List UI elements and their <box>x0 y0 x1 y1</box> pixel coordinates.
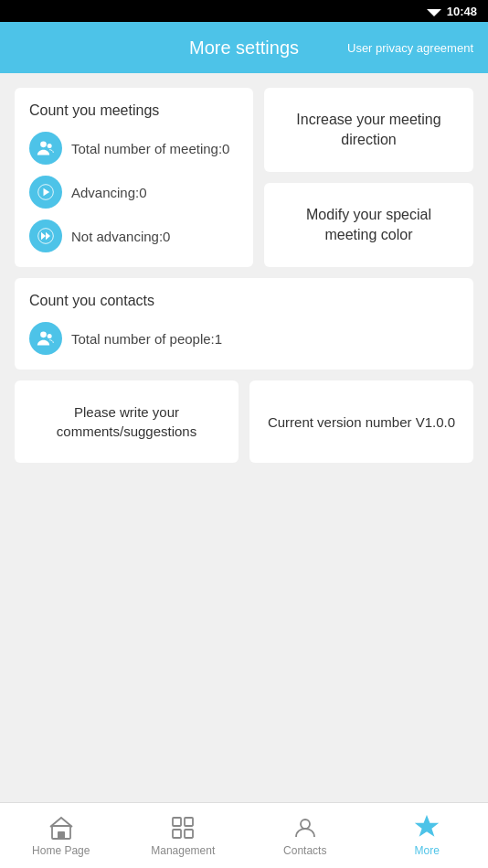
people-icon <box>29 132 62 165</box>
bottom-nav: Home Page Management Contacts More <box>0 802 488 868</box>
nav-item-contacts[interactable]: Contacts <box>244 803 366 868</box>
svg-rect-12 <box>173 818 181 826</box>
meetings-card: Count you meetings Total number of meeti… <box>15 88 253 267</box>
management-icon <box>170 815 196 841</box>
double-arrow-icon <box>29 220 62 252</box>
increase-meeting-label: Increase your meeting direction <box>279 110 459 151</box>
contacts-card: Count you contacts Total number of peopl… <box>15 278 473 370</box>
main-content: Count you meetings Total number of meeti… <box>0 73 488 802</box>
svg-point-16 <box>301 820 310 829</box>
nav-item-more[interactable]: More <box>366 803 489 868</box>
svg-point-9 <box>48 334 52 338</box>
increase-meeting-card[interactable]: Increase your meeting direction <box>264 88 473 172</box>
nav-label-home: Home Page <box>32 844 90 857</box>
comments-card[interactable]: Please write your comments/suggestions <box>15 380 239 463</box>
svg-point-1 <box>40 142 47 148</box>
version-card[interactable]: Current version number V1.0.0 <box>249 380 473 463</box>
arrow-icon <box>29 176 62 209</box>
contacts-section-title: Count you contacts <box>29 293 459 309</box>
total-meetings-label: Total number of meeting:0 <box>71 141 229 156</box>
svg-point-2 <box>48 144 52 148</box>
stat-row-not-advancing: Not advancing:0 <box>29 220 239 252</box>
meetings-section-title: Count you meetings <box>29 102 239 119</box>
svg-rect-11 <box>58 831 65 839</box>
total-people-label: Total number of people:1 <box>71 331 222 347</box>
top-bar: More settings User privacy agreement <box>0 22 488 73</box>
not-advancing-label: Not advancing:0 <box>71 229 170 244</box>
nav-label-contacts: Contacts <box>283 844 326 857</box>
bottom-cards-row: Please write your comments/suggestions C… <box>15 380 473 463</box>
advancing-label: Advancing:0 <box>71 185 147 200</box>
time-display: 10:48 <box>447 5 477 18</box>
nav-label-management: Management <box>151 844 215 857</box>
nav-item-management[interactable]: Management <box>122 803 245 868</box>
contacts-people-icon <box>29 322 62 355</box>
comments-label: Please write your comments/suggestions <box>29 402 224 441</box>
contacts-icon <box>292 815 318 841</box>
right-cards-column: Increase your meeting direction Modify y… <box>264 88 473 267</box>
svg-rect-15 <box>185 830 193 838</box>
svg-marker-0 <box>427 9 441 16</box>
modify-color-card[interactable]: Modify your special meeting color <box>264 183 473 267</box>
more-icon <box>414 815 440 841</box>
svg-point-8 <box>40 332 47 338</box>
page-title: More settings <box>189 38 299 59</box>
svg-rect-14 <box>173 830 181 838</box>
wifi-icon <box>427 5 441 16</box>
stat-row-advancing: Advancing:0 <box>29 176 239 209</box>
status-icons <box>427 5 441 16</box>
status-bar: 10:48 <box>0 0 488 22</box>
stat-row-total: Total number of meeting:0 <box>29 132 239 165</box>
modify-color-label: Modify your special meeting color <box>279 205 459 246</box>
stat-row-people: Total number of people:1 <box>29 322 459 355</box>
nav-item-home[interactable]: Home Page <box>0 803 122 868</box>
version-label: Current version number V1.0.0 <box>268 413 455 432</box>
home-icon <box>48 815 74 841</box>
nav-label-more: More <box>415 844 440 857</box>
svg-rect-13 <box>185 818 193 826</box>
meetings-row: Count you meetings Total number of meeti… <box>15 88 473 267</box>
privacy-link[interactable]: User privacy agreement <box>347 41 473 55</box>
